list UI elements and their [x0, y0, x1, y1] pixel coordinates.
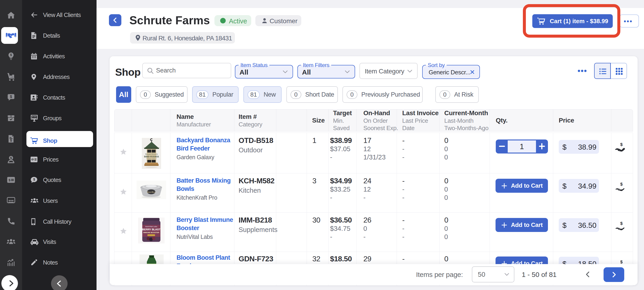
svg-text:BERRY BLAST: BERRY BLAST — [142, 228, 160, 231]
svg-text:$: $ — [10, 138, 12, 142]
svg-text:* Garden Galaxy *: * Garden Galaxy * — [146, 158, 157, 159]
svg-text:NutriVital Labs: NutriVital Labs — [145, 226, 157, 228]
svg-text:$: $ — [10, 95, 12, 99]
svg-text:BIRD FEEDER: BIRD FEEDER — [144, 155, 159, 158]
svg-text:$: $ — [10, 53, 12, 57]
svg-text:$: $ — [620, 143, 623, 147]
svg-text:Backyard Bonanza: Backyard Bonanza — [145, 153, 158, 155]
svg-text:$: $ — [8, 178, 10, 182]
svg-text:$: $ — [620, 221, 623, 226]
svg-text:$: $ — [620, 182, 623, 186]
svg-text:$: $ — [620, 260, 623, 264]
svg-text:$: $ — [10, 156, 12, 160]
svg-text:BatterBoss: BatterBoss — [147, 191, 156, 193]
svg-text:IMMUNE BOOSTER: IMMUNE BOOSTER — [143, 232, 159, 234]
